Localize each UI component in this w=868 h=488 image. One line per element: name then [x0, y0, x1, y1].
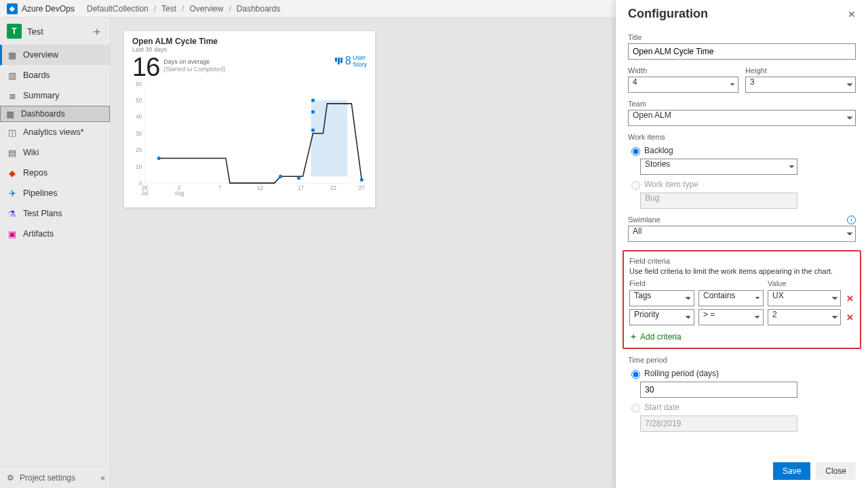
- svg-point-13: [311, 128, 315, 131]
- analytics-icon: ◫: [7, 127, 18, 138]
- startdate-input: [640, 415, 797, 432]
- time-period-label: Time period: [628, 356, 856, 364]
- svg-text:7: 7: [218, 185, 222, 191]
- remove-criteria-icon[interactable]: ✕: [845, 293, 854, 304]
- add-icon[interactable]: ＋: [91, 25, 103, 37]
- criteria-op-select[interactable]: > =: [698, 309, 764, 325]
- sidebar-item-summary[interactable]: ≣Summary: [0, 85, 110, 106]
- summary-icon: ≣: [7, 90, 18, 101]
- dashboards-icon: ▦: [5, 108, 16, 119]
- widget-legend: 8 UserStory: [335, 54, 367, 68]
- backlog-radio[interactable]: Backlog: [628, 145, 856, 156]
- svg-point-10: [157, 157, 161, 160]
- collapse-icon[interactable]: «: [100, 473, 103, 483]
- criteria-hint: Use field criteria to limit the work ite…: [629, 267, 854, 275]
- criteria-row: Priority > = 2 ✕: [629, 309, 854, 325]
- criteria-value-select[interactable]: 2: [768, 309, 841, 325]
- brand-label: Azure DevOps: [22, 4, 75, 14]
- project-icon: T: [7, 24, 22, 39]
- project-settings[interactable]: ⚙ Project settings «: [0, 466, 110, 488]
- criteria-value-select[interactable]: UX: [768, 290, 841, 306]
- criteria-field-select[interactable]: Tags: [629, 290, 694, 306]
- pipelines-icon: ✈: [7, 188, 18, 199]
- repos-icon: ◆: [7, 167, 18, 178]
- close-icon[interactable]: ✕: [848, 9, 856, 20]
- breadcrumb[interactable]: DefaultCollection: [81, 4, 154, 14]
- save-button[interactable]: Save: [773, 462, 810, 480]
- widget-subtitle: Last 30 days: [132, 46, 367, 53]
- configuration-panel: Configuration ✕ Title Width 4 Height 3 T…: [616, 0, 868, 488]
- svg-rect-9: [311, 100, 348, 176]
- svg-text:20: 20: [136, 147, 142, 153]
- svg-text:Jul: Jul: [141, 190, 149, 197]
- sidebar-item-wiki[interactable]: ▤Wiki: [0, 142, 110, 163]
- widget-title: Open ALM Cycle Time: [132, 37, 367, 46]
- criteria-field-select[interactable]: Priority: [629, 309, 694, 325]
- svg-text:12: 12: [257, 185, 264, 191]
- remove-criteria-icon[interactable]: ✕: [845, 312, 854, 323]
- widget-avg-label: Days on average (Started to Completed): [163, 58, 225, 73]
- sidebar-item-dashboards[interactable]: ▦Dashboards: [0, 106, 110, 122]
- width-label: Width: [628, 66, 738, 75]
- svg-text:10: 10: [136, 164, 142, 170]
- close-button[interactable]: Close: [816, 462, 856, 480]
- sidebar-item-repos[interactable]: ◆Repos: [0, 163, 110, 183]
- svg-text:60: 60: [136, 81, 142, 87]
- breadcrumb[interactable]: Dashboards: [231, 4, 286, 14]
- swimlane-select[interactable]: All: [628, 226, 856, 242]
- workitems-label: Work items: [628, 133, 856, 141]
- svg-text:27: 27: [359, 185, 366, 191]
- devops-logo-icon: ◆: [7, 3, 18, 14]
- sidebar-item-overview[interactable]: ▦Overview: [0, 45, 110, 65]
- svg-point-15: [311, 98, 315, 102]
- project-header[interactable]: T Test ＋: [0, 18, 110, 45]
- width-select[interactable]: 4: [628, 77, 738, 93]
- plus-icon: ＋: [629, 331, 637, 342]
- svg-text:30: 30: [136, 131, 142, 137]
- rolling-radio[interactable]: Rolling period (days): [628, 368, 856, 379]
- testplans-icon: ⚗: [7, 208, 18, 219]
- sidebar: T Test ＋ ▦Overview ▥Boards ≣Summary ▦Das…: [0, 18, 111, 488]
- sidebar-item-pipelines[interactable]: ✈Pipelines: [0, 183, 110, 203]
- sidebar-item-boards[interactable]: ▥Boards: [0, 65, 110, 85]
- svg-text:50: 50: [136, 98, 142, 104]
- breadcrumb[interactable]: Overview: [184, 4, 229, 14]
- title-input[interactable]: [628, 43, 856, 60]
- sidebar-item-artifacts[interactable]: ▣Artifacts: [0, 224, 110, 244]
- svg-text:17: 17: [298, 185, 304, 191]
- svg-point-11: [279, 175, 282, 178]
- wiki-icon: ▤: [7, 147, 18, 158]
- svg-point-14: [311, 110, 315, 114]
- cycle-time-widget[interactable]: Open ALM Cycle Time Last 30 days 16 Days…: [124, 31, 375, 207]
- field-criteria-section: Field criteria Use field criteria to lim…: [623, 250, 861, 349]
- bars-icon: [335, 58, 342, 64]
- boards-icon: ▥: [7, 70, 18, 81]
- title-label: Title: [628, 33, 856, 41]
- height-label: Height: [745, 66, 856, 75]
- artifacts-icon: ▣: [7, 228, 18, 239]
- gear-icon: ⚙: [7, 473, 14, 483]
- svg-text:40: 40: [136, 114, 142, 120]
- sidebar-item-testplans[interactable]: ⚗Test Plans: [0, 203, 110, 224]
- swimlane-label: Swimlanei: [628, 216, 856, 224]
- criteria-row: Tags Contains UX ✕: [629, 290, 854, 306]
- svg-point-12: [297, 176, 300, 180]
- sidebar-item-analytics[interactable]: ◫Analytics views*: [0, 122, 110, 142]
- info-icon[interactable]: i: [847, 216, 856, 224]
- project-name: Test: [27, 26, 43, 37]
- height-select[interactable]: 3: [745, 77, 856, 93]
- criteria-label: Field criteria: [629, 257, 854, 265]
- svg-text:22: 22: [330, 185, 337, 191]
- wit-radio[interactable]: Work item type: [628, 179, 856, 190]
- backlog-select[interactable]: Stories: [640, 159, 797, 175]
- rolling-input[interactable]: [640, 382, 797, 398]
- cycle-time-chart: 010203040506028Jul2Aug712172227: [132, 79, 367, 201]
- widget-big-number: 16: [132, 54, 159, 80]
- wit-select: Bug: [640, 192, 797, 209]
- team-label: Team: [628, 100, 856, 108]
- team-select[interactable]: Open ALM: [628, 110, 856, 126]
- breadcrumb[interactable]: Test: [156, 4, 182, 14]
- add-criteria-button[interactable]: ＋Add criteria: [629, 331, 854, 342]
- criteria-op-select[interactable]: Contains: [698, 290, 764, 306]
- startdate-radio[interactable]: Start date: [628, 402, 856, 413]
